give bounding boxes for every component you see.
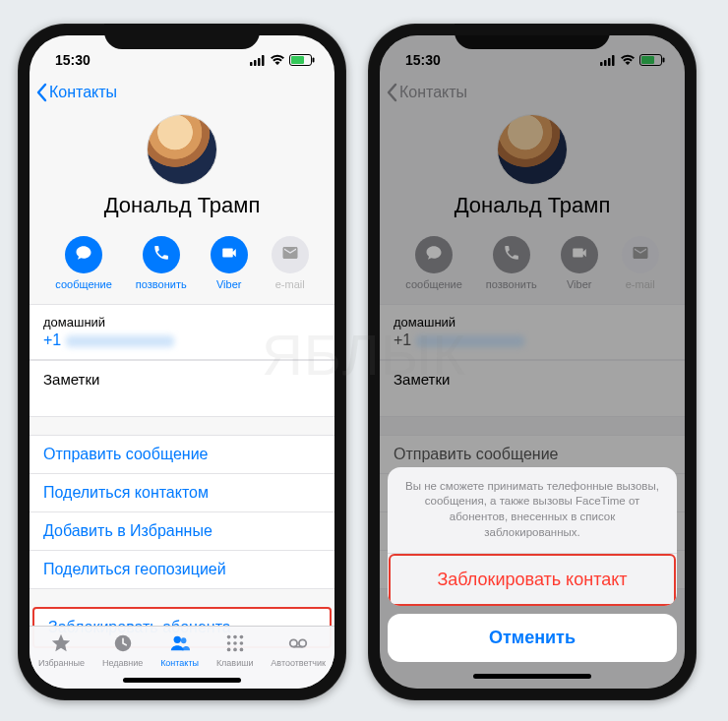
home-indicator[interactable] bbox=[473, 674, 591, 679]
svg-point-12 bbox=[239, 635, 243, 639]
message-icon bbox=[75, 244, 92, 266]
add-favorites-link[interactable]: Добавить в Избранные bbox=[30, 512, 334, 551]
tab-bar: Избранные Недавние Контакты Клавиши Авто… bbox=[30, 626, 334, 689]
message-button[interactable]: сообщение bbox=[55, 236, 112, 290]
share-location-link[interactable]: Поделиться геопозицией bbox=[30, 551, 334, 588]
tab-contacts[interactable]: Контакты bbox=[160, 632, 199, 668]
svg-rect-3 bbox=[262, 55, 265, 66]
keypad-icon bbox=[223, 632, 247, 656]
viber-label: Viber bbox=[216, 278, 241, 290]
svg-point-17 bbox=[233, 648, 237, 652]
svg-point-19 bbox=[290, 639, 297, 646]
star-icon bbox=[49, 632, 73, 656]
message-label: сообщение bbox=[55, 278, 112, 290]
notes-group: Заметки bbox=[30, 360, 334, 417]
tab-recents[interactable]: Недавние bbox=[102, 632, 143, 668]
phone-cell[interactable]: домашний +1 bbox=[30, 305, 334, 359]
tab-keypad[interactable]: Клавиши bbox=[216, 632, 254, 668]
status-time: 15:30 bbox=[55, 52, 91, 68]
svg-rect-0 bbox=[250, 62, 253, 66]
phone-prefix: +1 bbox=[43, 331, 61, 348]
quick-actions: сообщение позвонить Viber e-mail bbox=[30, 226, 334, 304]
avatar[interactable] bbox=[147, 114, 217, 185]
svg-point-13 bbox=[226, 641, 230, 645]
svg-point-15 bbox=[239, 641, 243, 645]
wifi-icon bbox=[270, 54, 285, 66]
back-chevron-icon bbox=[35, 83, 47, 102]
block-contact-button[interactable]: Заблокировать контакт bbox=[391, 556, 674, 604]
tab-voicemail[interactable]: Автоответчик bbox=[271, 632, 326, 668]
links-group: Отправить сообщение Поделиться контактом… bbox=[30, 435, 334, 589]
contacts-icon bbox=[168, 632, 192, 656]
call-label: позвонить bbox=[136, 278, 187, 290]
svg-rect-5 bbox=[291, 56, 304, 64]
svg-point-16 bbox=[226, 648, 230, 652]
svg-rect-2 bbox=[258, 58, 261, 66]
svg-rect-1 bbox=[254, 60, 257, 66]
svg-point-14 bbox=[233, 641, 237, 645]
call-button[interactable]: позвонить bbox=[136, 236, 187, 290]
send-message-link[interactable]: Отправить сообщение bbox=[30, 436, 334, 474]
nav-bar[interactable]: Контакты bbox=[30, 77, 334, 112]
signal-icon bbox=[250, 55, 266, 66]
phone-icon bbox=[152, 244, 170, 266]
contact-name: Дональд Трамп bbox=[30, 193, 334, 218]
phone-label: домашний bbox=[43, 315, 321, 330]
svg-rect-6 bbox=[313, 58, 315, 63]
contact-header: Дональд Трамп bbox=[30, 112, 334, 226]
svg-point-8 bbox=[173, 636, 180, 643]
sheet-message: Вы не сможете принимать телефонные вызов… bbox=[388, 467, 677, 554]
action-sheet: Вы не сможете принимать телефонные вызов… bbox=[388, 467, 677, 679]
clock-icon bbox=[111, 632, 135, 656]
phone-group: домашний +1 bbox=[30, 304, 334, 360]
video-icon bbox=[220, 244, 238, 266]
email-button: e-mail bbox=[272, 236, 309, 290]
viber-button[interactable]: Viber bbox=[211, 236, 248, 290]
home-indicator[interactable] bbox=[123, 678, 241, 683]
notch bbox=[104, 24, 260, 49]
svg-point-18 bbox=[239, 648, 243, 652]
voicemail-icon bbox=[286, 632, 310, 656]
back-label: Контакты bbox=[49, 84, 117, 101]
phone-left: 15:30 Контакты bbox=[18, 24, 346, 700]
notes-cell[interactable]: Заметки bbox=[30, 361, 334, 416]
phone-right: 15:30 bbox=[368, 24, 697, 700]
svg-point-20 bbox=[299, 639, 306, 646]
tab-favorites[interactable]: Избранные bbox=[38, 632, 85, 668]
svg-point-9 bbox=[180, 637, 186, 643]
svg-point-11 bbox=[233, 635, 237, 639]
phone-number-blurred bbox=[66, 335, 174, 347]
mail-icon bbox=[281, 244, 299, 266]
share-contact-link[interactable]: Поделиться контактом bbox=[30, 474, 334, 512]
battery-icon bbox=[289, 54, 315, 66]
cancel-button[interactable]: Отменить bbox=[388, 614, 677, 662]
svg-point-10 bbox=[226, 635, 230, 639]
email-label: e-mail bbox=[275, 278, 305, 290]
